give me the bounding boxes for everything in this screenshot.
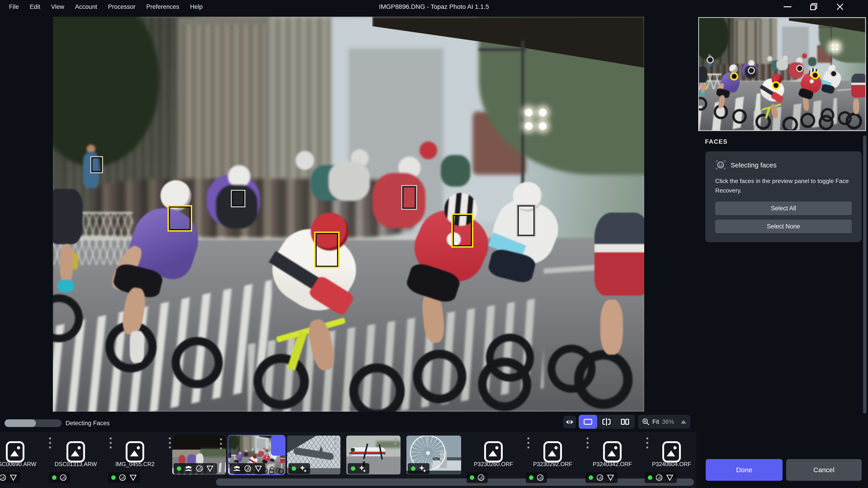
thumbnail-menu-icon[interactable] <box>395 438 397 449</box>
faces-status-title: Selecting faces <box>731 161 776 169</box>
selected-face-box[interactable] <box>314 232 340 268</box>
thumbnail-filename: P3240342.ORF <box>584 461 641 467</box>
selected-face-marker[interactable] <box>772 81 780 90</box>
zoom-fit-label: Fit <box>652 418 659 425</box>
show-original-button[interactable] <box>563 416 576 428</box>
thumbnail-status-badges <box>467 472 488 483</box>
panel-scrollbar[interactable] <box>863 135 866 414</box>
selected-face-box[interactable] <box>452 214 473 248</box>
thumbnail-menu-icon[interactable] <box>169 437 171 449</box>
filmstrip-thumbnail[interactable]: DSC01313.ARW <box>48 435 104 475</box>
filmstrip-thumbnail[interactable] <box>406 435 461 475</box>
faces-badge-icon <box>184 465 193 472</box>
cancel-button[interactable]: Cancel <box>786 459 862 481</box>
filmstrip-scrollbar[interactable] <box>216 479 694 486</box>
unselected-face-marker[interactable] <box>796 65 803 72</box>
filmstrip-thumbnail[interactable] <box>172 435 226 475</box>
menu-file[interactable]: File <box>4 3 24 10</box>
filmstrip-thumbnail[interactable] <box>287 435 340 475</box>
thumbnail-status-badges <box>348 463 369 474</box>
sharpen-badge-icon <box>666 474 674 481</box>
menu-edit[interactable]: Edit <box>24 3 46 10</box>
menu-processor[interactable]: Processor <box>103 3 141 10</box>
thumbnail-status-badges <box>230 463 266 474</box>
enhance-badge-icon <box>418 465 426 473</box>
unselected-face-marker[interactable] <box>748 67 755 74</box>
right-panel: FACES Selecting faces Click the faces in… <box>696 13 868 488</box>
thumbnail-status-badges <box>585 472 618 483</box>
faces-card: Selecting faces Click the faces in the p… <box>705 151 862 242</box>
zoom-magnifier-icon <box>642 418 650 426</box>
side-by-side-view-button[interactable] <box>616 415 634 429</box>
restore-button[interactable] <box>801 0 827 13</box>
menu-account[interactable]: Account <box>70 3 103 10</box>
filmstrip-thumbnail[interactable]: P3240342.ORF <box>584 435 641 475</box>
progress-bar-fill <box>4 419 36 427</box>
processed-indicator <box>589 475 593 480</box>
thumbnail-status-badges <box>288 463 310 474</box>
denoise-badge-icon <box>119 474 126 481</box>
sharpen-badge-icon <box>206 465 214 472</box>
thumbnail-filename: P3230292.ORF <box>524 461 581 467</box>
filmstrip-thumbnail[interactable]: IMG_0455.CR2 <box>107 435 163 475</box>
denoise-badge-icon <box>196 465 203 472</box>
thumbnail-menu-icon[interactable] <box>334 438 336 449</box>
navigation-preview[interactable] <box>698 17 866 131</box>
denoise-badge-icon <box>655 474 663 481</box>
processed-indicator <box>177 466 181 471</box>
minimize-button[interactable] <box>774 0 801 13</box>
image-placeholder-icon <box>125 441 145 463</box>
unselected-face-box[interactable] <box>517 204 536 237</box>
thumbnail-status-badges <box>645 472 677 483</box>
selected-face-box[interactable] <box>167 205 192 232</box>
sharpen-badge-icon <box>607 474 614 481</box>
minimize-icon <box>784 6 792 7</box>
main-image-preview[interactable] <box>53 17 644 412</box>
thumbnail-menu-icon[interactable] <box>455 438 457 449</box>
zoom-percent-value: 36% <box>662 418 674 425</box>
select-all-button[interactable]: Select All <box>715 201 852 215</box>
menu-preferences[interactable]: Preferences <box>141 3 185 10</box>
thumbnail-menu-icon[interactable] <box>220 438 222 449</box>
select-none-button[interactable]: Select None <box>715 220 852 233</box>
unselected-face-box[interactable] <box>401 185 417 210</box>
zoom-control[interactable]: Fit 36% <box>638 415 690 429</box>
filmstrip-thumbnail[interactable]: P3230292.ORF <box>524 435 581 475</box>
selected-face-marker[interactable] <box>730 72 738 80</box>
unselected-face-box[interactable] <box>231 190 246 207</box>
unselected-face-box[interactable] <box>90 156 103 173</box>
image-placeholder-icon <box>543 441 562 463</box>
filmstrip-thumbnail[interactable]: P3230260.ORF <box>465 435 522 475</box>
processed-indicator <box>291 466 296 471</box>
filmstrip-thumbnail[interactable]: DSC00690.ARW <box>0 435 43 475</box>
progress-status-text: Detecting Faces <box>66 419 110 427</box>
image-placeholder-icon <box>662 441 681 463</box>
street-light-glow <box>525 109 532 116</box>
progress-bar <box>4 419 61 427</box>
thumbnail-filename: P3240604.ORF <box>643 461 700 467</box>
title-bar: File Edit View Account Processor Prefere… <box>0 0 868 13</box>
thumbnail-status-badges <box>526 472 547 483</box>
zoom-dropdown-caret-icon[interactable] <box>681 420 686 424</box>
street-light-glow <box>832 44 834 46</box>
unselected-face-marker[interactable] <box>830 70 837 77</box>
menu-view[interactable]: View <box>46 3 70 10</box>
single-view-button[interactable] <box>579 415 597 429</box>
selected-face-marker[interactable] <box>811 71 819 79</box>
filmstrip-thumbnail[interactable]: P3240604.ORF <box>643 435 700 475</box>
thumbnail-menu-button[interactable] <box>271 435 285 456</box>
restore-icon <box>810 3 817 11</box>
menu-help[interactable]: Help <box>185 3 208 10</box>
sharpen-badge-icon <box>129 474 137 481</box>
processed-indicator <box>411 466 415 471</box>
filmstrip-thumbnail[interactable] <box>346 435 401 475</box>
view-mode-group <box>579 415 635 429</box>
split-view-button[interactable] <box>597 415 616 429</box>
done-button[interactable]: Done <box>706 459 782 481</box>
menu-bar: File Edit View Account Processor Prefere… <box>4 0 208 13</box>
close-button[interactable] <box>827 0 853 13</box>
filmstrip-thumbnail[interactable] <box>228 435 285 475</box>
race-photo-scene <box>53 17 644 412</box>
sharpen-badge-icon <box>9 474 17 481</box>
unselected-face-marker[interactable] <box>707 56 714 64</box>
